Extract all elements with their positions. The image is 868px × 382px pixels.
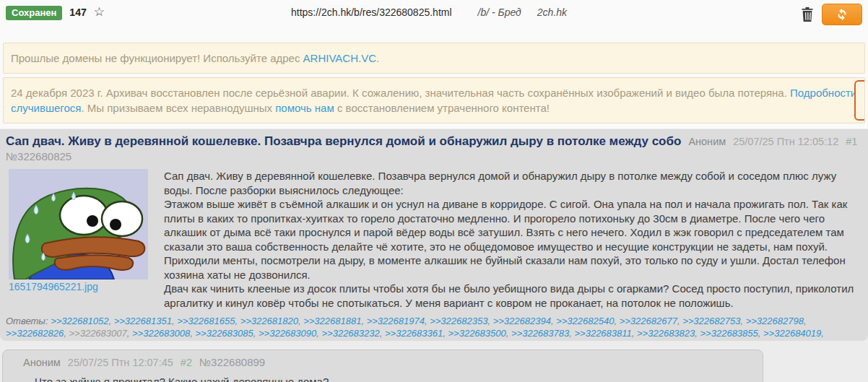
- source-url-link[interactable]: https://2ch.hk/b/res/322680825.html: [291, 6, 452, 18]
- reply-link[interactable]: >>322682353: [430, 316, 487, 326]
- notice-domains: Прошлые домены не функционирует! Использ…: [3, 43, 865, 74]
- reply-link[interactable]: >>322682798: [746, 316, 804, 326]
- post-2-author: Аноним: [23, 357, 61, 368]
- reply-link[interactable]: >>322683085: [196, 328, 253, 339]
- thread-title: Сап двач. Живу в деревянной кошелевке. П…: [6, 133, 681, 150]
- reply-link[interactable]: >>322682753: [682, 316, 740, 326]
- reply-link[interactable]: >>322691588: [69, 340, 127, 341]
- op-post-id-link[interactable]: №322680825: [6, 150, 71, 163]
- op-header: Сап двач. Живу в деревянной кошелевке. П…: [6, 133, 862, 150]
- post-2: Аноним 25/07/25 Птн 12:07:45 #2 №3226808…: [2, 350, 763, 382]
- reply-link[interactable]: >>322682394: [493, 316, 551, 326]
- reply-link[interactable]: >>322692255: [259, 340, 316, 341]
- op-datetime: 25/07/25 Птн 12:05:12: [733, 133, 838, 150]
- op-replies: Ответы: >>322681052, >>322681351, >>3226…: [6, 315, 862, 341]
- refresh-icon: [836, 8, 849, 21]
- op-attachment: 1651794965221.jpg: [9, 169, 148, 310]
- reply-link[interactable]: >>322681052: [51, 316, 108, 326]
- favorite-star-icon[interactable]: ☆: [94, 4, 105, 19]
- arhivach-vc-link[interactable]: ARHIVACH.VC: [303, 52, 376, 64]
- notice-recovery: 24 декабря 2023 г. Архивач восстановлен …: [3, 77, 865, 123]
- reply-link[interactable]: >>322682540: [556, 316, 614, 326]
- post-2-datetime: 25/07/25 Птн 12:07:45: [68, 357, 173, 368]
- reply-link[interactable]: >>322682826: [6, 328, 64, 339]
- reply-link[interactable]: >>322691907: [132, 340, 190, 341]
- replies-label: Ответы:: [6, 316, 48, 326]
- reply-link[interactable]: >>322692094: [196, 340, 253, 341]
- op-image-thumbnail[interactable]: [9, 169, 148, 279]
- status-badge: Сохранен: [6, 6, 62, 20]
- board-info: /b/ - Бред 2ch.hk: [478, 6, 568, 18]
- delete-button[interactable]: [800, 6, 815, 22]
- reply-link[interactable]: >>322692616: [322, 340, 380, 341]
- reply-link[interactable]: >>322683811: [575, 328, 632, 339]
- reply-link[interactable]: >>322683232: [322, 328, 380, 339]
- topbar: Сохранен 147 ☆ https://2ch.hk/b/res/3226…: [0, 0, 868, 41]
- reply-link[interactable]: >>322683007: [69, 328, 127, 339]
- notice-area: Прошлые домены не функционирует! Использ…: [0, 41, 868, 129]
- notice-domains-period: .: [376, 52, 379, 64]
- reply-link[interactable]: >>322684019: [763, 328, 821, 339]
- notice-edge-button[interactable]: [854, 80, 865, 121]
- op-ordinal-link[interactable]: #1: [846, 133, 857, 150]
- reply-link[interactable]: >>322683855: [700, 328, 758, 339]
- reply-link[interactable]: >>322683361: [385, 328, 443, 339]
- post-2-text: Что за хуйню я прочитал? Какие нахуй дер…: [35, 375, 754, 382]
- op-content: 1651794965221.jpg Сап двач. Живу в дерев…: [6, 169, 862, 310]
- refresh-button[interactable]: [822, 4, 862, 25]
- site-link[interactable]: 2ch.hk: [537, 6, 567, 18]
- reply-link[interactable]: >>322683783: [511, 328, 569, 339]
- help-us-link[interactable]: помочь нам: [275, 102, 334, 114]
- board-link[interactable]: /b/ - Бред: [478, 6, 521, 18]
- post-2-id-link[interactable]: №322680899: [199, 356, 265, 369]
- op-author: Аноним: [688, 133, 726, 150]
- reply-link[interactable]: >>322681820: [240, 316, 298, 326]
- trash-icon: [800, 6, 815, 22]
- notice-recovery-text-3: с восстановлением утраченного контента!: [334, 102, 550, 114]
- notice-recovery-text-2: . Мы призываем всех неравнодушных: [81, 102, 275, 114]
- notice-recovery-text-1: 24 декабря 2023 г. Архивач восстановлен …: [11, 87, 790, 99]
- reply-link[interactable]: >>322681974: [367, 316, 425, 326]
- reply-link[interactable]: >>322681351: [114, 316, 172, 326]
- saved-count: 147: [69, 6, 86, 18]
- reply-link[interactable]: >>322682677: [620, 316, 677, 326]
- arhivach-thread-page: { "topbar": { "status_badge": "Сохранен"…: [0, 0, 868, 382]
- op-text: Сап двач. Живу в деревянной кошелевке. П…: [164, 169, 862, 310]
- notice-domains-text: Прошлые домены не функционирует! Использ…: [11, 52, 303, 64]
- reply-link[interactable]: >>322681881: [303, 316, 361, 326]
- reply-link[interactable]: >>322683500: [448, 328, 506, 339]
- reply-link[interactable]: >>322681655: [177, 316, 235, 326]
- post-2-header: Аноним 25/07/25 Птн 12:07:45 #2 №3226808…: [23, 356, 754, 369]
- reply-link[interactable]: >>322683008: [132, 328, 190, 339]
- reply-link[interactable]: >>322683823: [637, 328, 695, 339]
- reply-link[interactable]: >>322690396: [6, 340, 64, 341]
- op-post: Сап двач. Живу в деревянной кошелевке. П…: [0, 129, 868, 341]
- post-2-ordinal-link[interactable]: #2: [181, 357, 192, 368]
- reply-link[interactable]: >>322683090: [259, 328, 316, 339]
- pepe-frog-image: [9, 169, 148, 279]
- op-image-filename-link[interactable]: 1651794965221.jpg: [9, 281, 98, 292]
